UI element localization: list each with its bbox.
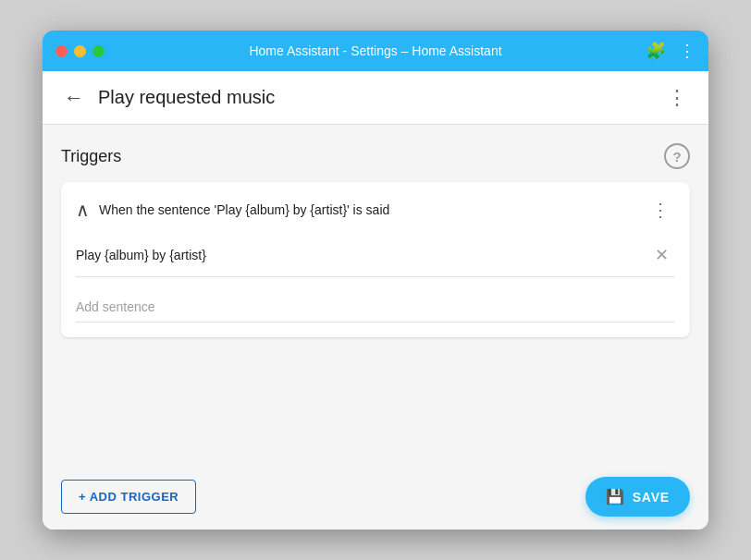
back-button[interactable]: ← bbox=[57, 81, 91, 115]
trigger-more-button[interactable]: ⋮ bbox=[646, 195, 675, 225]
remove-sentence-button[interactable]: ✕ bbox=[647, 241, 675, 269]
save-button[interactable]: 💾 SAVE bbox=[585, 477, 690, 517]
titlebar: Home Assistant - Settings – Home Assista… bbox=[43, 30, 708, 71]
trigger-card: ∧ When the sentence 'Play {album} by {ar… bbox=[61, 182, 690, 337]
close-window-button[interactable] bbox=[55, 45, 68, 57]
titlebar-title: Home Assistant - Settings – Home Assista… bbox=[249, 43, 501, 58]
trigger-body: Play {album} by {artist} ✕ bbox=[61, 237, 690, 337]
appbar-more-icon: ⋮ bbox=[667, 86, 687, 110]
save-label: SAVE bbox=[633, 490, 670, 505]
help-button[interactable]: ? bbox=[664, 143, 690, 169]
content-area: Triggers ? ∧ When the sentence 'Play {al… bbox=[43, 125, 708, 530]
plugin-icon[interactable]: 🧩 bbox=[646, 41, 666, 61]
sentence-item: Play {album} by {artist} ✕ bbox=[76, 241, 675, 277]
titlebar-actions: 🧩 ⋮ bbox=[646, 41, 696, 61]
trigger-description: When the sentence 'Play {album} by {arti… bbox=[99, 202, 646, 217]
back-arrow-icon: ← bbox=[64, 88, 84, 108]
add-trigger-button[interactable]: + ADD TRIGGER bbox=[61, 480, 196, 514]
titlebar-more-icon[interactable]: ⋮ bbox=[679, 41, 696, 61]
app-bar: ← Play requested music ⋮ bbox=[43, 71, 708, 125]
save-disk-icon: 💾 bbox=[606, 488, 625, 505]
trigger-more-icon: ⋮ bbox=[651, 199, 670, 221]
triggers-label: Triggers bbox=[61, 147, 121, 166]
trigger-header[interactable]: ∧ When the sentence 'Play {album} by {ar… bbox=[61, 182, 690, 237]
page-title: Play requested music bbox=[98, 87, 660, 108]
close-icon: ✕ bbox=[655, 245, 669, 265]
app-window: Home Assistant - Settings – Home Assista… bbox=[43, 30, 708, 530]
traffic-lights bbox=[55, 45, 105, 57]
appbar-more-button[interactable]: ⋮ bbox=[660, 81, 694, 115]
help-icon: ? bbox=[672, 149, 681, 164]
chevron-up-icon: ∧ bbox=[76, 201, 90, 219]
triggers-section-header: Triggers ? bbox=[61, 143, 690, 169]
minimize-window-button[interactable] bbox=[74, 45, 86, 57]
sentence-text: Play {album} by {artist} bbox=[76, 244, 647, 266]
add-sentence-input[interactable] bbox=[76, 292, 675, 323]
bottom-bar: + ADD TRIGGER 💾 SAVE bbox=[43, 464, 708, 530]
maximize-window-button[interactable] bbox=[92, 45, 105, 57]
add-trigger-label: + ADD TRIGGER bbox=[79, 490, 179, 504]
